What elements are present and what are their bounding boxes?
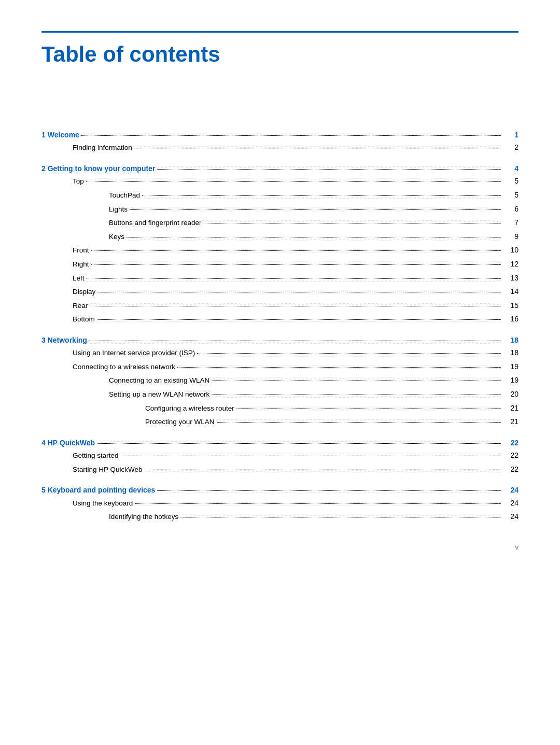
entry-page: 20 <box>503 388 519 400</box>
entry-text: Left <box>73 273 85 284</box>
top-rule <box>41 31 519 33</box>
entry-page: 7 <box>503 217 519 228</box>
entry-text: Top <box>73 176 84 187</box>
toc-entry: TouchPad5 <box>41 189 519 201</box>
entry-dots <box>157 169 501 170</box>
entry-text: Protecting your WLAN <box>145 416 215 428</box>
entry-dots <box>197 353 501 354</box>
entry-text: Using an Internet service provider (ISP) <box>73 347 195 359</box>
footer-text: v <box>515 543 519 551</box>
entry-text: Display <box>73 286 95 298</box>
entry-page: 21 <box>503 402 519 414</box>
entry-dots <box>236 409 501 409</box>
entry-text: Right <box>73 259 89 270</box>
entry-dots <box>134 148 501 148</box>
entry-text: Connecting to a wireless network <box>73 361 175 373</box>
entry-page: 9 <box>503 231 519 242</box>
toc-entry: Starting HP QuickWeb22 <box>41 463 519 475</box>
entry-dots <box>89 341 501 341</box>
entry-page: 5 <box>503 175 519 187</box>
entry-page: 4 <box>503 163 519 174</box>
toc-entry: Protecting your WLAN21 <box>41 416 519 428</box>
entry-text: Front <box>73 245 89 256</box>
toc-section: 1 Welcome1Finding information22 Getting … <box>41 129 519 523</box>
entry-page: 6 <box>503 203 519 215</box>
entry-text: Configuring a wireless router <box>145 403 234 414</box>
entry-dots <box>212 395 501 395</box>
entry-text: Finding information <box>73 142 132 153</box>
entry-text: 5 Keyboard and pointing devices <box>41 484 155 496</box>
entry-page: 21 <box>503 416 519 427</box>
toc-entry: Front10 <box>41 244 519 256</box>
entry-page: 16 <box>503 313 519 325</box>
entry-dots <box>180 517 501 517</box>
entry-text: Rear <box>73 300 88 312</box>
entry-page: 22 <box>503 463 519 475</box>
toc-entry: Keys9 <box>41 231 519 243</box>
entry-dots <box>91 250 501 251</box>
entry-page: 24 <box>503 511 519 522</box>
entry-page: 22 <box>503 437 519 448</box>
entry-page: 15 <box>503 300 519 311</box>
entry-dots <box>127 237 501 237</box>
entry-text: Getting started <box>73 450 119 461</box>
entry-text: Lights <box>109 204 128 215</box>
entry-dots <box>121 456 501 456</box>
page-container: Table of contents 1 Welcome1Finding info… <box>41 31 519 551</box>
entry-text: 4 HP QuickWeb <box>41 437 95 448</box>
toc-entry: Lights6 <box>41 203 519 215</box>
entry-dots <box>97 443 501 444</box>
entry-page: 18 <box>503 347 519 358</box>
toc-entry: Configuring a wireless router21 <box>41 402 519 414</box>
entry-dots <box>142 195 501 196</box>
toc-entry: 3 Networking18 <box>41 334 519 346</box>
entry-dots <box>177 367 501 368</box>
entry-page: 18 <box>503 334 519 346</box>
entry-text: Using the keyboard <box>73 498 133 509</box>
entry-text: 1 Welcome <box>41 129 79 140</box>
toc-entry: Connecting to a wireless network19 <box>41 361 519 373</box>
entry-dots <box>91 264 501 265</box>
entry-page: 1 <box>503 129 519 140</box>
entry-text: 2 Getting to know your computer <box>41 163 155 174</box>
entry-text: TouchPad <box>109 190 140 201</box>
entry-dots <box>204 223 501 223</box>
toc-entry: Top5 <box>41 175 519 187</box>
entry-page: 22 <box>503 449 519 461</box>
entry-page: 10 <box>503 244 519 256</box>
toc-entry: 4 HP QuickWeb22 <box>41 437 519 448</box>
toc-entry: 2 Getting to know your computer4 <box>41 163 519 174</box>
toc-entry: Display14 <box>41 286 519 298</box>
entry-dots <box>90 306 501 306</box>
entry-dots <box>217 422 501 423</box>
toc-entry: Finding information2 <box>41 142 519 153</box>
entry-page: 5 <box>503 189 519 201</box>
entry-dots <box>97 292 501 292</box>
toc-entry: Right12 <box>41 258 519 270</box>
toc-entry: Rear15 <box>41 300 519 312</box>
entry-page: 19 <box>503 374 519 386</box>
entry-page: 14 <box>503 286 519 297</box>
toc-entry: Connecting to an existing WLAN19 <box>41 374 519 386</box>
toc-entry: 5 Keyboard and pointing devices24 <box>41 484 519 496</box>
entry-page: 19 <box>503 361 519 372</box>
entry-dots <box>145 470 501 470</box>
page-title: Table of contents <box>41 42 519 67</box>
entry-text: Keys <box>109 231 124 243</box>
toc-entry: Bottom16 <box>41 313 519 325</box>
toc-entry: Buttons and fingerprint reader7 <box>41 217 519 229</box>
entry-text: Identifying the hotkeys <box>109 511 178 523</box>
entry-text: Setting up a new WLAN network <box>109 389 209 400</box>
entry-text: Connecting to an existing WLAN <box>109 375 209 386</box>
entry-page: 24 <box>503 484 519 496</box>
entry-text: Starting HP QuickWeb <box>73 464 143 475</box>
entry-dots <box>87 278 501 279</box>
entry-page: 13 <box>503 272 519 284</box>
entry-page: 2 <box>503 142 519 153</box>
toc-entry: Using an Internet service provider (ISP)… <box>41 347 519 359</box>
entry-dots <box>97 319 501 320</box>
toc-entry: Setting up a new WLAN network20 <box>41 388 519 400</box>
entry-dots <box>81 135 501 136</box>
toc-entry: Identifying the hotkeys24 <box>41 511 519 523</box>
entry-dots <box>86 181 501 182</box>
